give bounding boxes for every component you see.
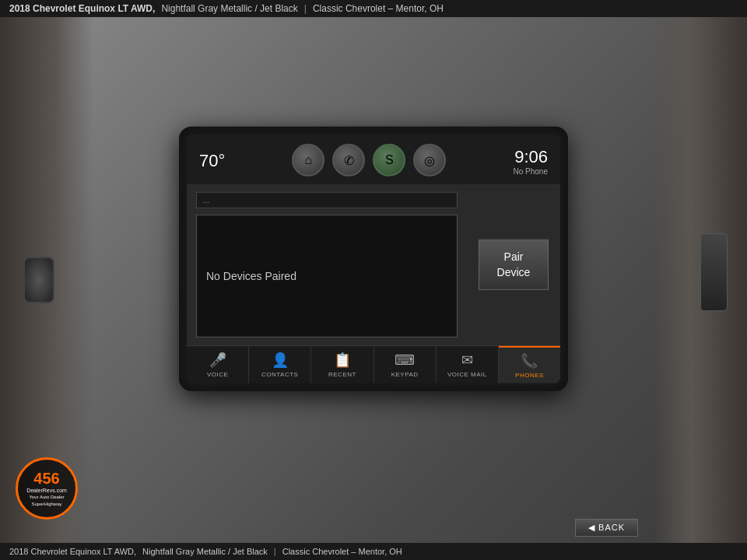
time-display: 9:06 [514,146,548,166]
phone-button[interactable]: ✆ [332,144,365,177]
tab-contacts[interactable]: 👤 CONTACTS [249,346,311,383]
device-header: ... [196,192,458,208]
tab-recent[interactable]: 📋 RECENT [311,346,374,383]
right-knob [700,233,728,311]
temperature-display: 70° [199,151,225,171]
nav-buttons: ⌂ ✆ S ◎ [292,141,446,181]
screen-header: 70° ⌂ ✆ S ◎ 9:06 No Phone [187,135,560,184]
back-btn-area: ◀ BACK [575,519,638,537]
device-panel: ... No Devices Paired [187,184,467,345]
top-bar: 2018 Chevrolet Equinox LT AWD, Nightfall… [0,0,747,17]
main-content: 70° ⌂ ✆ S ◎ 9:06 No Phone [0,17,747,543]
top-bar-title: 2018 Chevrolet Equinox LT AWD, [9,3,155,14]
time-block: 9:06 No Phone [514,146,548,175]
siri-button[interactable]: S [373,144,405,177]
back-button[interactable]: ◀ BACK [575,519,638,537]
dealer-logo: 456 DealerRevs.com Your Auto Dealer Supe… [16,457,78,520]
left-knob [23,257,54,303]
dealer-logo-numbers: 456 [33,470,59,488]
phone-status: No Phone [514,166,548,175]
bottom-bar-dealer: Classic Chevrolet – Mentor, OH [282,547,402,556]
tab-phones-label: PHONES [515,372,544,379]
tab-voice[interactable]: 🎤 VOICE [187,346,249,383]
tab-contacts-label: CONTACTS [261,371,298,378]
infotainment-screen: 70° ⌂ ✆ S ◎ 9:06 No Phone [187,135,560,383]
tab-recent-label: RECENT [328,371,356,378]
screen-tabs: 🎤 VOICE 👤 CONTACTS 📋 RECENT ⌨ KEYPAD [187,345,560,383]
bottom-bar-title: 2018 Chevrolet Equinox LT AWD, [9,547,136,556]
phones-icon: 📞 [521,352,538,369]
tab-voice-label: VOICE [207,371,228,378]
no-devices-text: No Devices Paired [206,270,296,282]
pair-device-button[interactable]: Pair Device [479,240,549,290]
screen-bezel: 70° ⌂ ✆ S ◎ 9:06 No Phone [179,127,568,391]
screen-main-area: ... No Devices Paired Pair Device [187,184,560,345]
recent-icon: 📋 [334,352,351,369]
dealer-logo-text: DealerRevs.com Your Auto Dealer SuperHig… [18,488,75,507]
device-list-box: No Devices Paired [196,215,458,338]
media-button[interactable]: ◎ [413,144,446,177]
bottom-bar: 2018 Chevrolet Equinox LT AWD, Nightfall… [0,543,747,560]
voicemail-icon: ✉ [461,352,473,369]
pair-panel: Pair Device [467,184,560,345]
top-bar-sep: | [304,3,307,14]
bottom-bar-sep: | [274,547,276,556]
top-bar-dealer: Classic Chevrolet – Mentor, OH [313,3,444,14]
tab-keypad[interactable]: ⌨ KEYPAD [374,346,437,383]
bottom-bar-color: Nightfall Gray Metallic / Jet Black [142,547,268,556]
contacts-icon: 👤 [272,352,289,369]
top-bar-color: Nightfall Gray Metallic / Jet Black [161,3,297,14]
keypad-icon: ⌨ [395,352,415,369]
device-header-dots: ... [203,196,209,205]
home-button[interactable]: ⌂ [292,144,324,177]
screen-wrapper: 70° ⌂ ✆ S ◎ 9:06 No Phone [179,127,568,391]
voice-icon: 🎤 [209,352,226,369]
tab-keypad-label: KEYPAD [391,371,419,378]
tab-voicemail-label: VOICE MAIL [447,371,487,378]
tab-voicemail[interactable]: ✉ VOICE MAIL [437,346,499,383]
tab-phones[interactable]: 📞 PHONES [499,346,560,383]
